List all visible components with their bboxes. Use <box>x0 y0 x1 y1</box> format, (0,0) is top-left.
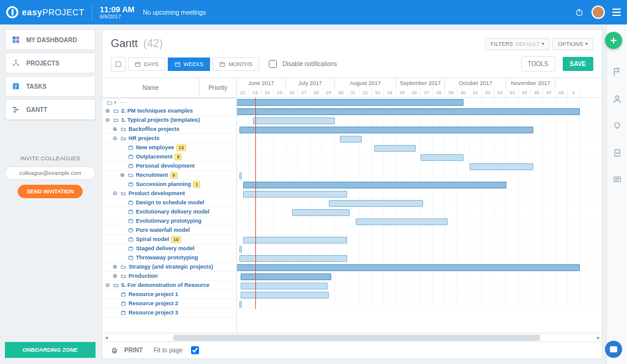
gantt-bar[interactable] <box>470 163 533 170</box>
tree-row[interactable]: ⊖1. Typical projects (templates) <box>102 116 236 125</box>
clipboard-icon[interactable] <box>612 148 622 158</box>
options-dropdown[interactable]: OPTIONS ▾ <box>552 38 593 50</box>
scroll-left-icon[interactable]: ◂ <box>102 334 110 341</box>
expander-icon[interactable]: ⊖ <box>112 135 118 141</box>
tree-row[interactable]: Design to schedule model <box>102 198 236 207</box>
gantt-bar[interactable] <box>237 264 580 271</box>
menu-icon[interactable] <box>612 9 621 16</box>
expander-icon[interactable]: ⊕ <box>105 108 111 114</box>
send-invitation-button[interactable]: SEND INVITATION <box>18 185 82 198</box>
gantt-bar[interactable] <box>239 127 533 133</box>
gantt-bar[interactable] <box>237 99 464 106</box>
tree-row[interactable]: Spiral model10 <box>102 235 236 244</box>
gantt-bar[interactable] <box>421 154 464 161</box>
gantt-bar[interactable] <box>241 292 329 299</box>
nav-item-projects[interactable]: PROJECTS <box>5 53 96 73</box>
expander-icon[interactable]: ⊖ <box>112 190 118 196</box>
chart-row[interactable] <box>237 281 602 291</box>
more-icon[interactable]: ⋯ <box>120 99 126 106</box>
expander-icon[interactable]: ⊕ <box>119 172 126 178</box>
zoom-days-button[interactable]: DAYS <box>128 58 165 71</box>
tree-row[interactable]: Resource project 2 <box>102 299 236 308</box>
chart-row[interactable] <box>237 263 602 272</box>
chart-row[interactable] <box>237 144 602 153</box>
chart-row[interactable] <box>237 107 602 116</box>
tree-row[interactable]: Throwaway prototyping <box>102 253 236 262</box>
tree-row[interactable]: Personal development <box>102 162 236 171</box>
chart-row[interactable] <box>237 116 602 125</box>
chart-row[interactable] <box>237 254 602 263</box>
expander-icon[interactable]: ⊖ <box>105 117 111 123</box>
power-icon[interactable] <box>574 7 584 17</box>
gantt-bar[interactable] <box>340 136 362 143</box>
gantt-bar[interactable] <box>239 246 242 253</box>
tools-button[interactable]: TOOLS <box>521 56 555 72</box>
chart-row[interactable] <box>237 236 602 245</box>
chart-row[interactable] <box>237 217 602 226</box>
nav-item-my-dashboard[interactable]: MY DASHBOARD <box>5 29 96 50</box>
disable-notifications-toggle[interactable]: Disable notifications <box>266 58 337 70</box>
expander-icon[interactable]: ⊖ <box>105 282 111 288</box>
chart-row[interactable] <box>237 300 602 309</box>
tree-row[interactable]: ⊖5. For demonstration of Resource <box>102 281 236 290</box>
expander-icon[interactable]: ⊕ <box>112 126 118 132</box>
chart-row[interactable] <box>237 180 602 190</box>
chart-row[interactable] <box>237 135 602 144</box>
invite-email-input[interactable] <box>5 166 96 180</box>
gantt-bar[interactable] <box>243 237 347 243</box>
folder-icon[interactable] <box>106 100 113 106</box>
tree-row[interactable]: Pure waterfall model <box>102 226 236 235</box>
gantt-bar[interactable] <box>374 145 416 152</box>
chart-row[interactable] <box>237 226 602 236</box>
onboarding-button[interactable]: ONBOARDING ZONE <box>5 342 96 358</box>
tree-row[interactable]: New employee13 <box>102 143 236 152</box>
chat-fab[interactable] <box>605 341 622 358</box>
save-button[interactable]: SAVE <box>563 57 594 71</box>
print-icon[interactable] <box>111 347 118 354</box>
chart-row[interactable] <box>237 208 602 217</box>
gantt-bar[interactable] <box>239 173 242 179</box>
chart-row[interactable] <box>237 199 602 208</box>
chart-row[interactable] <box>237 98 602 107</box>
brand-logo[interactable]: easyPROJECT <box>6 6 84 18</box>
chart-row[interactable] <box>237 245 602 254</box>
collapse-all-button[interactable] <box>111 57 126 72</box>
tree-row[interactable]: ⊕Strategy (and strategic projects) <box>102 262 236 272</box>
gantt-bar[interactable] <box>241 283 328 289</box>
gantt-bar[interactable] <box>241 273 331 280</box>
chart-row[interactable] <box>237 171 602 180</box>
fit-to-page-checkbox[interactable] <box>191 346 199 354</box>
tree-row[interactable]: ⊕Recruitment9 <box>102 171 236 180</box>
tree-row[interactable]: Resource project 3 <box>102 308 236 318</box>
expander-icon[interactable]: ⊕ <box>112 273 118 279</box>
zoom-months-button[interactable]: MONTHS <box>212 58 259 71</box>
tree-row[interactable]: ⊕2. PM techniques examples <box>102 106 236 116</box>
print-label[interactable]: PRINT <box>124 347 143 354</box>
tree-row[interactable]: Evolutionary prototyping <box>102 217 236 226</box>
chart-row[interactable] <box>237 153 602 162</box>
tree-row[interactable]: Staged delivery model <box>102 244 236 253</box>
chart-row[interactable] <box>237 125 602 135</box>
chart-row[interactable] <box>237 272 602 281</box>
nav-item-gantt[interactable]: GANTT <box>5 99 96 120</box>
add-fab[interactable]: + <box>605 32 622 49</box>
chart-row[interactable] <box>237 291 602 300</box>
tree-row[interactable]: ⊖Product development <box>102 189 236 198</box>
gantt-bar[interactable] <box>239 301 242 308</box>
tree-row[interactable]: ⊕Backoffice projects <box>102 125 236 134</box>
chart-row[interactable] <box>237 162 602 171</box>
tree-row[interactable]: ⊕Production <box>102 272 236 281</box>
flag-icon[interactable] <box>612 67 622 77</box>
user-avatar[interactable] <box>591 6 605 19</box>
comment-icon[interactable] <box>612 175 622 185</box>
user-icon[interactable] <box>612 94 622 104</box>
bulb-icon[interactable] <box>612 121 622 131</box>
gantt-bar[interactable] <box>243 191 347 198</box>
horizontal-scrollbar[interactable]: ◂ ▸ <box>102 333 602 341</box>
nav-item-tasks[interactable]: TASKS <box>5 76 96 97</box>
gantt-bar[interactable] <box>243 182 506 188</box>
column-header-priority[interactable]: Priority <box>200 78 236 97</box>
gantt-bar[interactable] <box>356 218 448 225</box>
gantt-bar[interactable] <box>329 200 423 207</box>
tree-row[interactable]: Evolutionary delivery model <box>102 207 236 217</box>
